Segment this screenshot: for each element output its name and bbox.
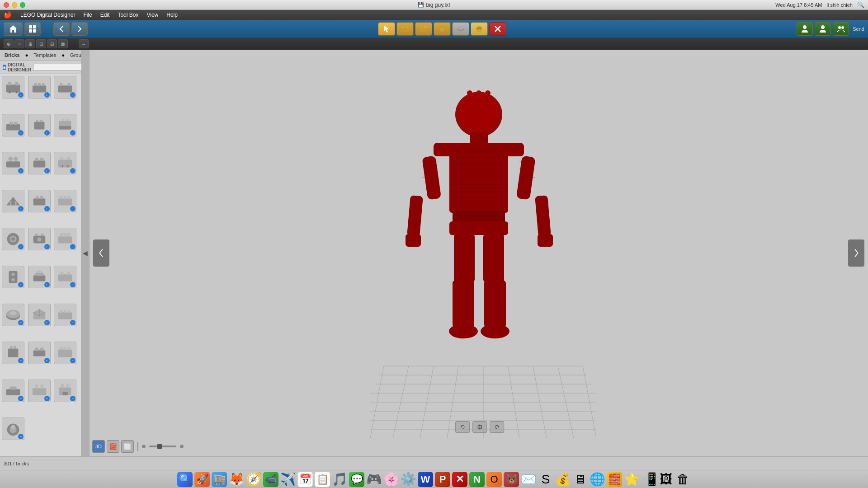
canvas-area[interactable]: 3D 🧱 ⬜ — [90, 50, 868, 456]
brick-item[interactable]: + — [2, 342, 24, 364]
camera-button[interactable]: → — [79, 39, 89, 48]
tab-templates[interactable]: Templates — [32, 52, 58, 59]
zoom-control-right[interactable] — [180, 445, 184, 448]
dock-migration[interactable]: 📲 — [641, 472, 656, 487]
brick-tool-button[interactable] — [396, 22, 414, 36]
search-icon[interactable]: 🔍 — [857, 1, 864, 8]
sidebar-collapse-button[interactable]: ◀ — [81, 50, 90, 456]
brick-item[interactable]: + — [54, 76, 76, 99]
menu-file[interactable]: File — [80, 11, 95, 19]
brick-item[interactable]: + — [2, 380, 24, 402]
close-button[interactable] — [4, 2, 9, 8]
brick-item[interactable]: + — [2, 152, 24, 174]
brick-item[interactable]: + — [28, 342, 51, 364]
send-label[interactable]: Send — [853, 26, 864, 32]
dock-messages[interactable]: ✈️ — [280, 472, 296, 487]
dock-preview[interactable]: 🖼 — [658, 472, 674, 487]
dock-lego[interactable]: 🧱 — [607, 472, 622, 487]
dock-game[interactable]: 🎮 — [366, 472, 382, 487]
back-button[interactable] — [53, 22, 70, 36]
dock-prefs[interactable]: ⚙️ — [401, 472, 416, 487]
view-mode-2-button[interactable]: ○ — [14, 39, 24, 48]
home-button[interactable] — [4, 22, 23, 36]
view-mode-3-button[interactable]: ⊞ — [25, 39, 35, 48]
brick-item[interactable]: + — [2, 418, 24, 440]
view-mode-5-button[interactable]: ⊟ — [47, 39, 57, 48]
menu-view[interactable]: View — [143, 11, 162, 19]
brick-item[interactable]: + — [2, 228, 24, 250]
grid-button[interactable] — [24, 22, 41, 36]
dock-word[interactable]: W — [418, 472, 433, 487]
profile-button[interactable] — [797, 22, 813, 36]
nav-arrow-right[interactable] — [848, 239, 864, 267]
brick-item[interactable]: + — [54, 266, 76, 288]
dock-chat[interactable]: 💬 — [349, 472, 364, 487]
hinge-tool-button[interactable] — [452, 22, 469, 36]
brick-item[interactable]: + — [28, 152, 51, 174]
brick-item[interactable]: + — [54, 152, 76, 174]
menu-help[interactable]: Help — [163, 11, 181, 19]
brick-item[interactable]: + — [54, 228, 76, 250]
dock-finance[interactable]: 💰 — [555, 472, 571, 487]
brick-item[interactable]: + — [54, 304, 76, 326]
zoom-slider[interactable] — [149, 446, 176, 447]
view-flat-button[interactable]: ⬜ — [121, 440, 134, 453]
delete-tool-button[interactable] — [489, 22, 506, 36]
brick-item[interactable]: + — [28, 228, 51, 250]
brick-item[interactable]: + — [28, 190, 51, 212]
tab-bricks[interactable]: Bricks — [3, 52, 22, 59]
select-tool-button[interactable] — [378, 22, 395, 36]
brick-item[interactable]: + — [28, 380, 51, 402]
menu-edit[interactable]: Edit — [97, 11, 113, 19]
dock-reminders[interactable]: 📋 — [315, 472, 330, 487]
brick-item[interactable]: + — [54, 114, 76, 136]
dock-finder[interactable]: 🔍 — [177, 472, 193, 487]
zoom-control-left[interactable] — [142, 445, 146, 448]
dock-photos[interactable]: 🌸 — [383, 472, 399, 487]
view-mode-6-button[interactable]: ⊠ — [58, 39, 68, 48]
brick-item[interactable]: + — [2, 304, 24, 326]
dock-chrome[interactable]: 🌐 — [590, 472, 605, 487]
share-button[interactable] — [815, 22, 831, 36]
center-button[interactable] — [472, 421, 487, 433]
view-3d-button[interactable]: 3D — [92, 440, 105, 453]
brick-item[interactable]: + — [28, 304, 51, 326]
dock-powerpoint[interactable]: P — [435, 472, 450, 487]
view-mode-1-button[interactable]: ⊕ — [4, 39, 14, 48]
rotate-left-button[interactable] — [455, 421, 470, 433]
view-brick-button[interactable]: 🧱 — [107, 440, 119, 453]
brick-item[interactable]: + — [28, 114, 51, 136]
menu-toolbox[interactable]: Tool Box — [114, 11, 142, 19]
dock-music[interactable]: 🎵 — [332, 472, 347, 487]
brick-item[interactable]: + — [54, 380, 76, 402]
dock-bear[interactable]: 🐻 — [504, 472, 519, 487]
dock-mail[interactable]: ✉️ — [521, 472, 536, 487]
search-toggle[interactable]: ◉ — [3, 65, 6, 70]
minimize-button[interactable] — [12, 2, 17, 8]
nav-arrow-left[interactable] — [93, 239, 109, 267]
dock-skype[interactable]: S — [538, 472, 553, 487]
dock-facetime[interactable]: 📹 — [263, 472, 278, 487]
community-button[interactable] — [833, 22, 849, 36]
brick-item[interactable]: + — [54, 190, 76, 212]
maximize-button[interactable] — [20, 2, 25, 8]
dock-istat[interactable]: ⭐ — [624, 472, 639, 487]
forward-button[interactable] — [71, 22, 88, 36]
dock-launchpad[interactable]: 🚀 — [194, 472, 210, 487]
dock-outliner[interactable]: O — [486, 472, 502, 487]
brick-item[interactable]: + — [28, 266, 51, 288]
dock-safari[interactable]: 🧭 — [246, 472, 261, 487]
brick-item[interactable]: + — [2, 76, 24, 99]
menu-app[interactable]: LEGO Digital Designer — [17, 11, 79, 19]
dock-trash[interactable]: 🗑 — [675, 472, 691, 487]
dock-firefox[interactable]: 🦊 — [229, 472, 244, 487]
apple-menu[interactable]: 🍎 — [4, 11, 12, 19]
brick-item[interactable]: + — [2, 114, 24, 136]
brick-item[interactable]: + — [2, 266, 24, 288]
rotate-right-button[interactable] — [490, 421, 504, 433]
dock-numbers[interactable]: N — [469, 472, 485, 487]
dock-appstore[interactable]: 🏬 — [212, 472, 227, 487]
brick-item[interactable]: + — [54, 342, 76, 364]
dock-remote[interactable]: 🖥 — [572, 472, 588, 487]
paint-tool-button[interactable] — [415, 22, 432, 36]
